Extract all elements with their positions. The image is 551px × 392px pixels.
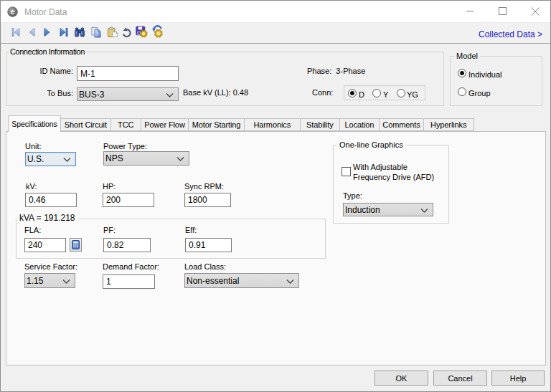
svg-text:e: e	[10, 7, 14, 16]
